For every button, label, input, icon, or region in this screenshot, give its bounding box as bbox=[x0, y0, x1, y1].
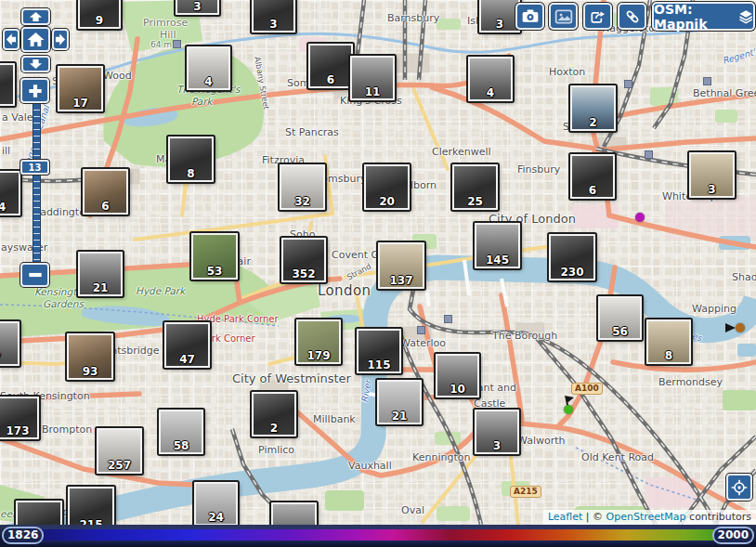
osm-link[interactable]: OpenStreetMap bbox=[606, 511, 686, 523]
photo-marker[interactable]: 230 bbox=[549, 234, 595, 280]
marker-count: 3 bbox=[254, 18, 293, 31]
photo-marker[interactable]: 179 bbox=[296, 319, 341, 364]
marker-count: 173 bbox=[0, 424, 37, 437]
pan-down-button[interactable] bbox=[21, 56, 50, 72]
marker-count: 32 bbox=[281, 195, 323, 208]
photo-marker[interactable]: 137 bbox=[378, 242, 424, 289]
map-application: BarnsburyIslingtonHaggerstonHoxtonBethna… bbox=[0, 0, 756, 547]
minus-icon bbox=[25, 266, 46, 284]
marker-count: 21 bbox=[379, 410, 420, 423]
link-button[interactable] bbox=[618, 3, 646, 30]
attribution: Leaflet | © OpenStreetMap contributors bbox=[543, 510, 756, 525]
zoom-out-button[interactable] bbox=[20, 263, 49, 287]
pan-up-button[interactable] bbox=[21, 8, 50, 25]
photo-marker[interactable]: 93 bbox=[67, 333, 113, 380]
photo-marker[interactable]: 21 bbox=[377, 380, 422, 424]
marker-count: 53 bbox=[193, 265, 236, 278]
photo-marker[interactable]: 58 bbox=[159, 410, 203, 454]
photo-marker[interactable]: 5 bbox=[0, 63, 15, 106]
marker-count: 10 bbox=[437, 383, 477, 396]
marker-count: 11 bbox=[352, 85, 393, 98]
timeline-end-handle[interactable]: 2000 bbox=[712, 527, 754, 544]
camera-icon bbox=[520, 7, 541, 26]
marker-count: 2 bbox=[572, 116, 614, 129]
photo-marker[interactable]: 7 bbox=[0, 321, 20, 366]
pan-left-button[interactable] bbox=[3, 29, 20, 50]
photo-marker[interactable]: 25 bbox=[452, 164, 498, 210]
marker-count: 3 bbox=[481, 18, 518, 31]
zoom-slider-track[interactable] bbox=[33, 103, 41, 263]
photo-marker[interactable]: 4 bbox=[187, 46, 230, 90]
zoom-slider-handle[interactable]: 13 bbox=[20, 160, 49, 175]
marker-count: 179 bbox=[298, 349, 339, 362]
photo-marker[interactable]: 6 bbox=[570, 154, 615, 199]
image-button[interactable] bbox=[549, 3, 578, 30]
marker-count: 9 bbox=[80, 14, 119, 27]
photo-marker[interactable]: 3 bbox=[689, 152, 735, 198]
photo-marker[interactable]: 3 bbox=[475, 410, 519, 454]
marker-count: 137 bbox=[380, 274, 423, 287]
marker-count: 352 bbox=[283, 267, 324, 280]
home-button[interactable] bbox=[21, 27, 50, 52]
marker-count: 5 bbox=[0, 91, 13, 104]
timeline-start-handle[interactable]: 1826 bbox=[2, 527, 44, 544]
copyright-symbol: © bbox=[593, 511, 603, 523]
photo-marker[interactable]: 32 bbox=[280, 164, 325, 210]
photo-marker[interactable]: 6 bbox=[83, 169, 128, 215]
photo-marker[interactable]: 3 bbox=[479, 0, 520, 33]
photo-marker[interactable]: 115 bbox=[357, 329, 401, 373]
photo-marker[interactable]: 8 bbox=[646, 319, 691, 364]
marker-count: 230 bbox=[551, 266, 593, 279]
photo-marker[interactable]: 257 bbox=[97, 428, 142, 474]
marker-count: 93 bbox=[69, 365, 111, 378]
layer-control[interactable]: OSM: Mapnik bbox=[652, 2, 755, 31]
photo-marker[interactable]: 3 bbox=[252, 0, 295, 33]
photo-marker[interactable]: 47 bbox=[164, 322, 210, 368]
marker-count: 4 bbox=[470, 86, 511, 99]
marker-count: 24 bbox=[0, 201, 19, 214]
marker-count: 7 bbox=[0, 351, 18, 364]
photo-marker[interactable]: 3 bbox=[176, 0, 219, 15]
leaflet-link[interactable]: Leaflet bbox=[548, 511, 582, 523]
photo-marker[interactable]: 17 bbox=[58, 66, 103, 111]
photo-marker[interactable]: 173 bbox=[0, 397, 39, 439]
photo-marker[interactable]: 11 bbox=[350, 56, 395, 100]
marker-count: 17 bbox=[59, 97, 101, 110]
photo-marker[interactable]: 145 bbox=[475, 223, 520, 268]
marker-count: 56 bbox=[600, 325, 640, 338]
marker-count: 257 bbox=[98, 459, 140, 472]
marker-count: 6 bbox=[85, 200, 126, 213]
photo-marker[interactable]: 352 bbox=[281, 238, 326, 282]
photo-marker[interactable]: 9 bbox=[78, 0, 121, 29]
home-icon bbox=[24, 30, 47, 49]
photo-marker[interactable]: 56 bbox=[598, 296, 642, 340]
marker-count: 3 bbox=[476, 439, 517, 452]
photo-marker[interactable]: 24 bbox=[194, 482, 238, 526]
marker-count: 6 bbox=[572, 184, 613, 197]
photo-markers-layer: 9334611432175862432202563145230533521372… bbox=[0, 0, 756, 525]
marker-count: 6 bbox=[310, 73, 351, 86]
photo-marker[interactable]: 6 bbox=[308, 44, 353, 88]
photo-marker[interactable]: 4 bbox=[468, 57, 513, 101]
zoom-in-button[interactable] bbox=[20, 78, 49, 103]
locate-button[interactable] bbox=[726, 474, 752, 501]
pan-right-button[interactable] bbox=[52, 29, 69, 50]
photo-marker[interactable]: 8 bbox=[168, 137, 214, 182]
marker-count: 3 bbox=[691, 183, 733, 196]
photo-marker[interactable]: 2 bbox=[252, 392, 296, 436]
photo-marker[interactable]: 2 bbox=[570, 85, 616, 131]
camera-button[interactable] bbox=[515, 3, 544, 30]
locate-icon bbox=[730, 478, 749, 497]
photo-marker[interactable]: 53 bbox=[191, 233, 238, 280]
photo-marker[interactable]: 10 bbox=[436, 354, 479, 397]
photo-marker[interactable]: 20 bbox=[364, 164, 410, 210]
marker-count: 2 bbox=[254, 422, 294, 435]
timeline-track[interactable] bbox=[13, 529, 743, 540]
photo-marker[interactable]: 24 bbox=[0, 171, 20, 215]
share-button[interactable] bbox=[583, 3, 612, 30]
photo-marker[interactable]: 21 bbox=[78, 252, 123, 296]
marker-count: 8 bbox=[170, 167, 212, 180]
image-icon bbox=[554, 7, 574, 26]
arrow-right-icon bbox=[54, 31, 67, 48]
marker-count: 8 bbox=[648, 349, 689, 362]
